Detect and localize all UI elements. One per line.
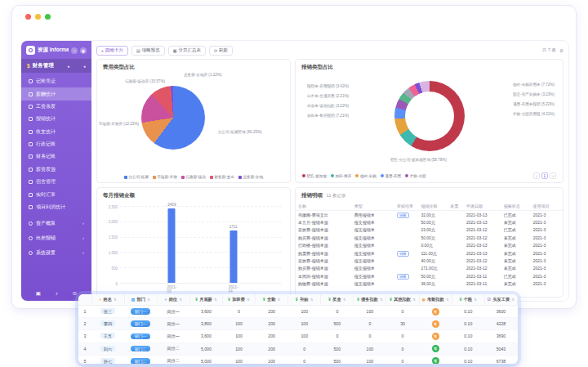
table-row[interactable]: 行政楼-报销单据报支报销单0.00元2021-03-13未完成2021-3 <box>296 242 563 249</box>
department-badge[interactable]: 部门一 <box>131 333 150 340</box>
sort-icon[interactable]: ⇅ <box>180 298 182 302</box>
table-row[interactable]: 购买费-报销单据报支报销单50.00元2021-03-12未完成2021-3 <box>296 234 563 241</box>
table-row[interactable]: 3王五部门一岗位一3,600100200100000考0.103690 <box>78 330 518 342</box>
power-icon[interactable]: ⊙ <box>73 290 77 297</box>
salary-column-header[interactable]: ¥ 其他扣款 ⇅ <box>386 294 419 306</box>
detail-column-header[interactable]: 名称 <box>296 202 352 211</box>
sort-icon[interactable]: ⇅ <box>147 298 149 302</box>
legend-item[interactable]: 加班-餐费 <box>331 172 351 179</box>
toolbar-button[interactable]: ▤ 缩略预览 <box>131 46 165 56</box>
detail-column-header[interactable]: 审核结果 <box>394 202 418 211</box>
attendance-badge[interactable]: 考 <box>432 308 439 316</box>
legend-item[interactable]: 分公司-拓展 <box>124 175 149 179</box>
bar[interactable]: 1711 2021-04 <box>229 230 237 283</box>
salary-column-header[interactable]: ¥ 全勤 ⇅ <box>256 294 288 306</box>
sidebar-item[interactable]: 薪资发放 <box>21 163 91 176</box>
module-header[interactable]: $ 财务管理 ● ● <box>21 59 91 73</box>
sidebar-group[interactable]: 资产概算 › <box>21 216 91 230</box>
salary-column-header[interactable]: ☑ 实发工资 ⇅ <box>484 294 517 306</box>
sort-icon[interactable]: ⇅ <box>412 298 415 302</box>
table-row[interactable]: 本五月-报销单据报支报销单50.00元2021-03-13未完成2021-3 <box>296 218 563 226</box>
sort-icon[interactable]: ⇅ <box>380 298 382 302</box>
sort-icon[interactable]: ⇅ <box>474 298 477 302</box>
attendance-badge[interactable]: 考 <box>432 333 439 340</box>
project-link[interactable]: 2021-3 <box>531 234 563 241</box>
bell-icon[interactable]: ◔ <box>71 47 78 54</box>
project-link[interactable]: 2021-3 <box>531 272 563 280</box>
table-row[interactable]: 1张三部门一岗位一3,600020010001000考0.103600 <box>78 306 518 318</box>
toolbar-button[interactable]: ⟳ 刷新 <box>209 46 233 56</box>
detail-column-header[interactable]: 申请日期 <box>464 202 501 211</box>
sidebar-item[interactable]: 宿舍管理 <box>21 176 91 188</box>
sidebar-item[interactable]: 行政记账 <box>21 138 91 150</box>
table-row[interactable]: 购物费-报销单据报支报销单36.00元2021-03-11未完成2021-3 <box>296 280 563 287</box>
sort-icon[interactable]: ⇅ <box>278 298 280 302</box>
sidebar-group[interactable]: 出差报销 › <box>21 230 91 245</box>
project-link[interactable]: 2021-3 <box>531 265 563 272</box>
project-link[interactable]: 2021-3 <box>531 226 563 234</box>
gear-icon[interactable]: ⚙ <box>559 48 564 53</box>
toolbar-button[interactable]: ▦ 分页汇总表 <box>168 46 206 56</box>
project-link[interactable]: 2021-3 <box>531 280 563 287</box>
table-row[interactable]: 购票费-报销单据报支报销单转账111.00元2021-03-13未完成2021-… <box>296 249 563 257</box>
legend-item[interactable]: 销售-新加坡 <box>302 172 327 179</box>
sidebar-item[interactable]: 工资条发 <box>21 101 91 113</box>
legend-item[interactable]: 总务部-水电 <box>238 175 263 179</box>
salary-column-header[interactable]: ¥ 月底薪 ⇅ <box>189 294 222 306</box>
legend-item[interactable]: 财务部-支出 <box>210 175 234 179</box>
detail-column-header[interactable]: 报账状态 <box>501 202 531 211</box>
toolbar-button[interactable]: + 园地卡片 <box>96 46 128 56</box>
legend-item[interactable]: 临时-采购 <box>355 172 376 179</box>
sidebar-item[interactable]: 收支统计 <box>21 126 91 138</box>
sidebar-item[interactable]: 薪酬统计 <box>21 87 91 100</box>
pager-prev-button[interactable]: ‹ <box>533 172 540 179</box>
window-dot[interactable] <box>45 14 51 20</box>
table-row[interactable]: 购买费-报销单据报支报销单171.00元2021-03-12未完成2021-3 <box>296 265 563 272</box>
detail-column-header[interactable]: 类型 <box>352 202 394 211</box>
legend-item[interactable]: 市场部-差旅 <box>153 175 177 179</box>
pager-page[interactable]: 1 <box>541 172 549 179</box>
sort-icon[interactable]: ⇅ <box>247 298 249 302</box>
table-row[interactable]: 4刘六部门二岗位二5,00010020005001000考0.105043 <box>78 342 518 355</box>
sort-icon[interactable]: ⇅ <box>446 298 448 302</box>
department-badge[interactable]: 部门一 <box>131 308 150 315</box>
salary-column-header[interactable]: ¥ 奖金 ⇅ <box>321 294 354 306</box>
pin-icon[interactable]: ● <box>67 64 69 69</box>
table-row[interactable]: 2李四部门一岗位一3,800100200100500030考0.104228 <box>78 318 518 330</box>
department-badge[interactable]: 部门二 <box>131 358 150 364</box>
sort-icon[interactable]: ⇅ <box>512 298 514 302</box>
project-link[interactable]: 2021-3 <box>531 257 563 264</box>
attendance-badge[interactable]: 考 <box>432 345 439 352</box>
sidebar-item[interactable]: 财务记账 <box>21 150 91 163</box>
table-row[interactable]: 本周四-报销单据报支报销单转账50.00元2021-03-11已完成2021-3 <box>296 272 563 280</box>
department-badge[interactable]: 部门二 <box>131 346 150 352</box>
sidebar-item[interactable]: 项目利润统计 <box>21 201 91 213</box>
sort-icon[interactable]: ⇅ <box>343 298 345 302</box>
department-badge[interactable]: 部门一 <box>131 320 150 327</box>
salary-column-header[interactable]: ≡ 岗位 ⇅ <box>157 294 189 306</box>
legend-item[interactable]: 通用-费用 <box>381 172 401 179</box>
sort-icon[interactable]: ⇅ <box>214 298 216 302</box>
pie-chart[interactable] <box>141 86 205 150</box>
table-row[interactable]: 差旅费-报销单据报支报销单23.00元2021-03-12已完成2021-3 <box>296 226 563 234</box>
legend-item[interactable]: 差旅-住宿 <box>405 172 425 179</box>
detail-column-header[interactable]: 报销金额 <box>418 202 448 211</box>
sidebar-item[interactable]: 报销统计 <box>21 113 91 125</box>
project-link[interactable]: 2021-3 <box>531 211 563 219</box>
monitor-icon[interactable]: ▣ <box>36 290 41 297</box>
table-row[interactable]: 5孙七部门二岗位二5,00010020005001000考0.106738 <box>78 355 518 364</box>
detail-column-header[interactable]: 发票 <box>448 202 464 211</box>
donut-chart[interactable] <box>394 81 465 151</box>
bar[interactable]: 2409 2021-03 <box>168 208 176 283</box>
table-row[interactable]: 差旅费-报销单据报支报销单40.00元2021-03-12未完成2021-3 <box>296 257 563 264</box>
sort-icon[interactable]: ⇅ <box>114 298 116 302</box>
salary-column-header[interactable]: ¥ 补贴 ⇅ <box>288 294 321 306</box>
sidebar-item[interactable]: 记账凭证 <box>21 75 91 87</box>
sort-icon[interactable]: ⇅ <box>310 298 313 302</box>
salary-column-header[interactable]: ¥ 债务扣款 ⇅ <box>354 294 386 306</box>
salary-column-header[interactable]: ▤ 部门 ⇅ <box>124 294 157 306</box>
pager-next-button[interactable]: › <box>550 172 556 179</box>
salary-column-header[interactable]: ≡ 姓名 ⇅ <box>91 294 124 306</box>
attendance-badge[interactable]: 考 <box>432 320 439 328</box>
salary-column-header[interactable]: ¥ 个税 ⇅ <box>452 294 484 306</box>
